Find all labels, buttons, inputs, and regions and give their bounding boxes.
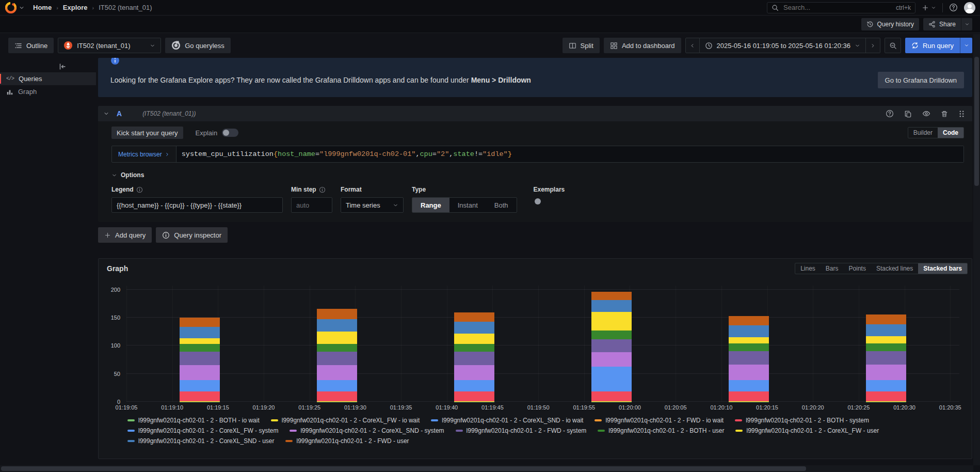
queryless-icon <box>171 41 181 50</box>
x-tick-label: 01:20:30 <box>893 404 915 411</box>
graph-mode-stacked-bars[interactable]: Stacked bars <box>918 263 967 274</box>
legend-color-dash <box>598 430 605 432</box>
duplicate-query-button[interactable] <box>904 110 912 118</box>
chevron-down-icon <box>964 43 969 48</box>
org-switcher-chevron[interactable] <box>18 4 26 12</box>
stacked-bar <box>454 312 494 402</box>
legend-item[interactable]: l999gnfw0201q-ch02-01 - 2 - FWD - io wai… <box>595 417 724 424</box>
go-to-drilldown-button[interactable]: Go to Grafana Drilldown <box>878 72 964 88</box>
share-dropdown-caret[interactable] <box>961 18 972 30</box>
sidebar-item-queries[interactable]: </> Queries <box>0 72 96 85</box>
code-brackets-icon: </> <box>6 76 14 82</box>
gridline-x <box>859 286 859 402</box>
time-shift-forward-button[interactable] <box>866 38 880 53</box>
add-to-dashboard-button[interactable]: Add to dashboard <box>604 38 681 53</box>
type-option-instant[interactable]: Instant <box>449 198 486 212</box>
metrics-browser-button[interactable]: Metrics browser <box>112 146 176 162</box>
type-option-both[interactable]: Both <box>486 198 517 212</box>
query-inspector-button[interactable]: Query inspector <box>156 227 228 243</box>
legend-item[interactable]: l999gnfw0201q-ch02-01 - 2 - CoreXL_FW - … <box>735 427 879 434</box>
breadcrumb-home[interactable]: Home <box>33 4 52 11</box>
editor-mode-switch: Builder Code <box>908 127 964 138</box>
legend-item[interactable]: l999gnfw0201q-ch02-01 - 2 - CoreXL_SND -… <box>290 427 444 434</box>
query-help-button[interactable] <box>886 109 894 118</box>
min-step-input[interactable] <box>291 197 332 213</box>
promql-expression-input[interactable]: system_cpu_utilization{host_name="l999gn… <box>176 146 963 162</box>
new-menu-button[interactable] <box>921 3 937 12</box>
gridline-x <box>264 286 264 402</box>
x-tick-label: 01:20:00 <box>619 404 641 411</box>
drag-handle[interactable] <box>958 110 965 118</box>
bar-segment <box>180 365 220 380</box>
format-select[interactable]: Time series <box>341 197 404 213</box>
code-mode-button[interactable]: Code <box>938 128 963 138</box>
zoom-out-button[interactable] <box>885 38 901 53</box>
query-ref-id[interactable]: A <box>117 109 122 118</box>
legend-item[interactable]: l999gnfw0201q-ch02-01 - 2 - CoreXL_FW - … <box>271 417 420 424</box>
sidebar-item-graph[interactable]: Graph <box>0 85 96 98</box>
global-search[interactable]: ctrl+k <box>767 2 915 13</box>
legend-item[interactable]: l999gnfw0201q-ch02-01 - 2 - BOTH - syste… <box>735 417 869 424</box>
legend-color-dash <box>431 419 438 421</box>
graph-mode-points[interactable]: Points <box>844 263 871 274</box>
time-shift-back-button[interactable] <box>685 38 700 53</box>
y-tick-label: 150 <box>111 314 120 321</box>
help-button[interactable] <box>948 2 959 13</box>
builder-mode-button[interactable]: Builder <box>908 128 938 138</box>
x-tick-label: 01:20:35 <box>939 404 961 411</box>
gridline-x <box>584 286 585 402</box>
outline-button[interactable]: Outline <box>8 38 54 53</box>
graph-mode-bars[interactable]: Bars <box>821 263 844 274</box>
legend-item[interactable]: l999gnfw0201q-ch02-01 - 2 - CoreXL_FW - … <box>127 427 278 434</box>
sidebar-item-label: Graph <box>18 88 37 96</box>
delete-query-button[interactable] <box>941 110 948 118</box>
run-query-interval-caret[interactable] <box>960 38 972 53</box>
query-history-button[interactable]: Query history <box>861 18 919 30</box>
search-input[interactable] <box>782 3 892 12</box>
horizontal-scrollbar[interactable] <box>0 465 973 472</box>
x-tick-label: 01:20:10 <box>710 404 732 411</box>
graph-mode-lines[interactable]: Lines <box>795 263 821 274</box>
legend-color-dash <box>735 430 743 432</box>
legend-item[interactable]: l999gnfw0201q-ch02-01 - 2 - FWD - user <box>285 437 409 445</box>
query-datasource-hint: (IT502 (tenant_01)) <box>142 110 196 117</box>
query-row-header[interactable]: A (IT502 (tenant_01)) <box>98 106 972 121</box>
options-collapse-header[interactable]: Options <box>111 171 964 179</box>
gridline-x <box>447 286 447 402</box>
user-avatar[interactable] <box>964 2 975 13</box>
explain-toggle[interactable] <box>222 129 238 137</box>
collapse-outline-button[interactable] <box>56 61 69 72</box>
type-option-range[interactable]: Range <box>412 198 449 212</box>
bar-segment <box>729 325 769 337</box>
kick-start-button[interactable]: Kick start your query <box>111 127 183 139</box>
gridline-x <box>172 286 173 402</box>
legend-item[interactable]: l999gnfw0201q-ch02-01 - 2 - FWD - system <box>456 427 587 434</box>
format-field: Format Time series <box>341 186 404 213</box>
breadcrumb-explore[interactable]: Explore <box>63 4 88 11</box>
legend-item[interactable]: l999gnfw0201q-ch02-01 - 2 - BOTH - user <box>598 427 724 434</box>
notice-message: Looking for the Grafana Explore apps? Th… <box>110 76 531 84</box>
legend-color-dash <box>735 419 742 421</box>
legend-item[interactable]: l999gnfw0201q-ch02-01 - 2 - CoreXL_SND -… <box>127 437 274 445</box>
datasource-picker[interactable]: IT502 (tenant_01) <box>58 38 161 53</box>
legend-item[interactable]: l999gnfw0201q-ch02-01 - 2 - CoreXL_SND -… <box>431 417 583 424</box>
add-query-button[interactable]: Add query <box>98 227 152 243</box>
vertical-scrollbar-thumb[interactable] <box>974 57 979 186</box>
legend-item[interactable]: l999gnfw0201q-ch02-01 - 2 - BOTH - io wa… <box>127 417 260 424</box>
split-button[interactable]: Split <box>563 38 600 53</box>
disable-query-button[interactable] <box>922 109 930 118</box>
horizontal-scrollbar-thumb[interactable] <box>1 466 806 471</box>
bar-segment <box>317 309 357 319</box>
x-tick-label: 01:20:25 <box>847 404 870 411</box>
collapse-left-icon <box>58 62 67 71</box>
y-tick-label: 50 <box>114 371 120 377</box>
graph-mode-stacked-lines[interactable]: Stacked lines <box>871 263 918 274</box>
go-queryless-button[interactable]: Go queryless <box>165 38 231 53</box>
run-query-button[interactable]: Run query <box>905 38 960 53</box>
grafana-logo[interactable] <box>4 1 18 14</box>
legend-format-input[interactable] <box>111 197 283 213</box>
vertical-scrollbar[interactable] <box>973 34 980 465</box>
bar-segment <box>180 391 220 401</box>
time-range-button[interactable]: 2025-05-16 01:19:05 to 2025-05-16 01:20:… <box>700 38 866 53</box>
share-button[interactable]: Share <box>923 18 961 30</box>
